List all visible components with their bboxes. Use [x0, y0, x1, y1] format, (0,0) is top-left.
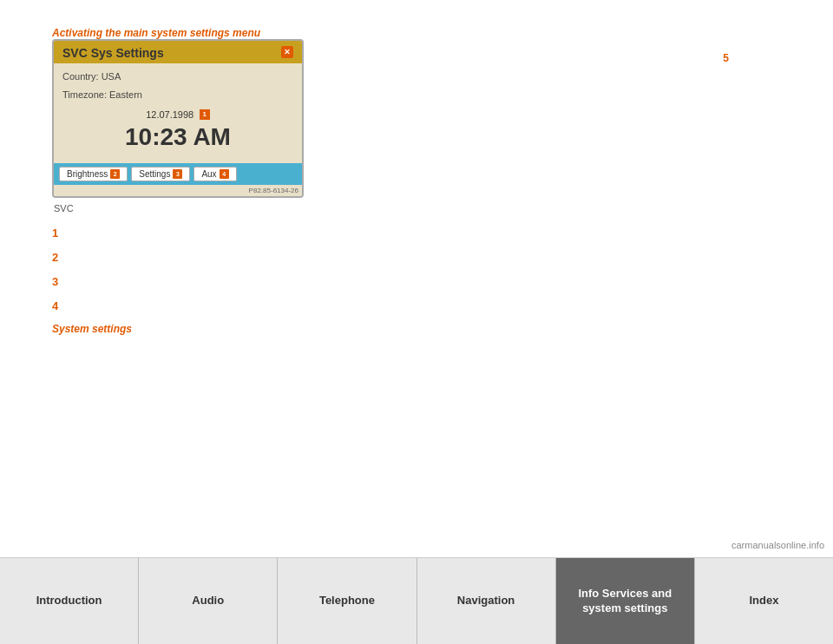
brightness-badge: 2 — [110, 169, 120, 179]
screen-buttons: Brightness 2 Settings 3 Aux 4 — [54, 163, 302, 185]
num-item-4: 4 — [52, 299, 781, 314]
brightness-label: Brightness — [67, 169, 108, 179]
settings-button[interactable]: Settings 3 — [131, 167, 190, 181]
tab-telephone-label: Telephone — [319, 594, 375, 608]
section-heading: Activating the main system settings menu — [52, 27, 260, 39]
settings-badge: 3 — [173, 169, 182, 179]
num-1: 1 — [52, 226, 66, 241]
screen-body: Country: USA Timezone: Eastern 12.07.199… — [54, 63, 302, 163]
svc-label: SVC — [54, 203, 781, 214]
screen-time: 10:23 AM — [62, 124, 293, 151]
tab-index[interactable]: Index — [695, 558, 833, 644]
settings-label: Settings — [139, 169, 170, 179]
watermark: carmanualsonline.info — [731, 540, 824, 550]
tab-telephone[interactable]: Telephone — [278, 558, 416, 644]
tab-info-services[interactable]: Info Services and system settings — [556, 558, 695, 644]
num-item-2: 2 — [52, 250, 781, 266]
num-item-3: 3 — [52, 274, 781, 290]
photo-reference: P82.85-6134-26 — [54, 185, 302, 196]
screen-date: 12.07.1998 — [146, 109, 193, 120]
brightness-button[interactable]: Brightness 2 — [59, 167, 128, 181]
aux-label: Aux — [201, 169, 216, 179]
numbered-items: 1 2 3 4 — [52, 226, 781, 315]
screen-title: SVC Sys Settings — [62, 46, 164, 60]
section-number: 5 — [723, 52, 729, 64]
num-item-1: 1 — [52, 226, 781, 241]
date-badge: 1 — [200, 109, 210, 120]
aux-button[interactable]: Aux 4 — [193, 167, 236, 181]
tab-navigation-label: Navigation — [457, 594, 515, 608]
num-2: 2 — [52, 250, 66, 266]
tab-introduction[interactable]: Introduction — [0, 558, 139, 644]
tab-index-label: Index — [749, 594, 778, 608]
screen-country: Country: USA — [62, 70, 293, 83]
screen-mockup: SVC Sys Settings ✕ Country: USA Timezone… — [52, 39, 304, 198]
aux-badge: 4 — [220, 169, 229, 179]
screen-header: SVC Sys Settings ✕ — [54, 41, 302, 63]
main-content: Activating the main system settings menu… — [0, 0, 833, 557]
num-4: 4 — [52, 299, 66, 314]
tab-introduction-label: Introduction — [36, 594, 102, 608]
screen-date-area: 12.07.1998 1 — [62, 108, 293, 121]
system-settings-label: System settings — [52, 323, 781, 335]
tab-info-services-label: Info Services and system settings — [565, 587, 685, 616]
tab-navigation[interactable]: Navigation — [417, 558, 556, 644]
screen-timezone: Timezone: Eastern — [62, 89, 293, 102]
close-icon[interactable]: ✕ — [281, 46, 293, 58]
tab-audio-label: Audio — [192, 594, 224, 608]
bottom-nav: Introduction Audio Telephone Navigation … — [0, 557, 833, 644]
tab-audio[interactable]: Audio — [139, 558, 278, 644]
num-3: 3 — [52, 274, 66, 290]
